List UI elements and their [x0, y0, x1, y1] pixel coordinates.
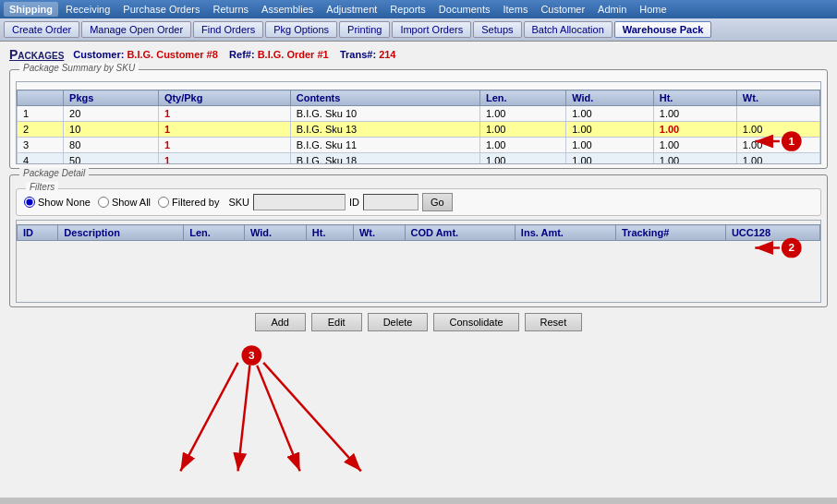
sub-menu-create-order[interactable]: Create Order: [4, 21, 79, 38]
detail-table-wrapper[interactable]: ID Description Len. Wid. Ht. Wt. COD Amt…: [16, 220, 821, 303]
trans-value: 214: [379, 49, 395, 60]
row-contents: B.I.G. Sku 11: [290, 138, 479, 153]
top-menu-admin[interactable]: Admin: [592, 2, 632, 17]
col-contents: Contents: [290, 90, 479, 106]
detail-col-tracking: Tracking#: [615, 225, 725, 241]
detail-col-ht: Ht.: [306, 225, 353, 241]
sub-menu-find-orders[interactable]: Find Orders: [193, 21, 263, 38]
ref-label: Ref#:: [229, 49, 255, 60]
detail-col-ins: Ins. Amt.: [515, 225, 615, 241]
go-button[interactable]: Go: [422, 193, 453, 211]
col-qty: Qty/Pkg: [158, 90, 290, 106]
top-menu-home[interactable]: Home: [634, 2, 672, 17]
package-summary-title: Package Summary by SKU: [19, 63, 139, 73]
col-ht: Ht.: [653, 90, 736, 106]
row-wt: 1.00: [736, 138, 819, 153]
consolidate-button[interactable]: Consolidate: [433, 313, 518, 331]
row-pkgs: 20: [64, 106, 159, 122]
radio-show-none-input[interactable]: [24, 197, 35, 208]
row-num: 4: [18, 153, 64, 165]
summary-row[interactable]: 1 20 1 B.I.G. Sku 10 1.00 1.00 1.00: [18, 106, 820, 122]
top-menu-customer[interactable]: Customer: [535, 2, 590, 17]
sub-menu-batch-allocation[interactable]: Batch Allocation: [524, 21, 613, 38]
sku-input[interactable]: [253, 194, 346, 210]
row-qty: 1: [158, 153, 290, 165]
row-contents: B.I.G. Sku 18: [290, 153, 479, 165]
top-menu-reports[interactable]: Reports: [384, 2, 431, 17]
detail-table: ID Description Len. Wid. Ht. Wt. COD Amt…: [17, 224, 820, 241]
package-summary-panel: Package Summary by SKU Pkgs Qty/Pkg Cont…: [9, 69, 828, 169]
sub-menu-pkg-options[interactable]: Pkg Options: [265, 21, 337, 38]
summary-row[interactable]: 4 50 1 B.I.G. Sku 18 1.00 1.00 1.00 1.00: [18, 153, 820, 165]
row-len: 1.00: [479, 106, 565, 122]
detail-col-len: Len.: [184, 225, 245, 241]
radio-show-all-input[interactable]: [98, 197, 109, 208]
row-num: 3: [18, 138, 64, 153]
summary-row[interactable]: 2 10 1 B.I.G. Sku 13 1.00 1.00 1.00 1.00: [18, 122, 820, 138]
row-pkgs: 50: [64, 153, 159, 165]
radio-show-none[interactable]: Show None: [24, 197, 91, 208]
col-pkgs: Pkgs: [64, 90, 159, 106]
top-menu-receiving[interactable]: Receiving: [60, 2, 115, 17]
top-menu-bar: Shipping Receiving Purchase Orders Retur…: [0, 0, 837, 18]
radio-show-all[interactable]: Show All: [98, 197, 151, 208]
customer-info: Customer: B.I.G. Customer #8 Ref#: B.I.G…: [73, 49, 395, 60]
row-qty: 1: [158, 122, 290, 138]
detail-col-wid: Wid.: [245, 225, 307, 241]
filter-radio-group: Show None Show All Filtered by: [24, 197, 219, 208]
col-wt: Wt.: [736, 90, 819, 106]
row-wid: 1.00: [566, 138, 654, 153]
summary-row[interactable]: 3 80 1 B.I.G. Sku 11 1.00 1.00 1.00 1.00: [18, 138, 820, 153]
row-len: 1.00: [479, 153, 565, 165]
sku-filter-field: SKU ID Go: [228, 193, 452, 211]
radio-filtered-by-input[interactable]: [158, 197, 169, 208]
row-pkgs: 80: [64, 138, 159, 153]
radio-show-all-label: Show All: [112, 197, 151, 208]
detail-col-ucc: UCC128: [725, 225, 819, 241]
customer-label: Customer:: [73, 49, 124, 60]
row-wid: 1.00: [566, 122, 654, 138]
top-menu-purchase-orders[interactable]: Purchase Orders: [117, 2, 205, 17]
top-menu-assemblies[interactable]: Assemblies: [256, 2, 319, 17]
detail-col-id: ID: [18, 225, 58, 241]
ref-value: B.I.G. Order #1: [258, 49, 329, 60]
row-contents: B.I.G. Sku 10: [290, 106, 479, 122]
sub-menu-warehouse-pack[interactable]: Warehouse Pack: [614, 21, 712, 38]
delete-button[interactable]: Delete: [368, 313, 429, 331]
customer-value: B.I.G. Customer #8: [127, 49, 217, 60]
top-menu-items[interactable]: Items: [498, 2, 534, 17]
bottom-buttons: Add Edit Delete Consolidate Reset: [9, 313, 828, 331]
sub-menu-printing[interactable]: Printing: [339, 21, 390, 38]
row-wt: 1.00: [736, 153, 819, 165]
add-button[interactable]: Add: [255, 313, 306, 331]
row-num: 2: [18, 122, 64, 138]
sub-menu-bar: Create Order Manage Open Order Find Orde…: [0, 18, 837, 42]
sub-menu-setups[interactable]: Setups: [473, 21, 521, 38]
row-contents: B.I.G. Sku 13: [290, 122, 479, 138]
id-input[interactable]: [363, 194, 418, 210]
filters-panel: Filters Show None Show All Filtered by: [16, 188, 821, 216]
sub-menu-import-orders[interactable]: Import Orders: [392, 21, 471, 38]
page-header: Packages Customer: B.I.G. Customer #8 Re…: [9, 47, 828, 62]
detail-col-desc: Description: [58, 225, 184, 241]
sub-menu-manage-open-order[interactable]: Manage Open Order: [81, 21, 191, 38]
detail-col-cod: COD Amt.: [405, 225, 515, 241]
row-len: 1.00: [479, 122, 565, 138]
summary-table: Pkgs Qty/Pkg Contents Len. Wid. Ht. Wt. …: [17, 90, 820, 164]
summary-table-wrapper[interactable]: Pkgs Qty/Pkg Contents Len. Wid. Ht. Wt. …: [16, 81, 821, 164]
row-pkgs: 10: [64, 122, 159, 138]
top-menu-shipping[interactable]: Shipping: [4, 2, 58, 17]
edit-button[interactable]: Edit: [311, 313, 362, 331]
top-menu-returns[interactable]: Returns: [208, 2, 255, 17]
top-menu-adjustment[interactable]: Adjustment: [321, 2, 382, 17]
col-wid: Wid.: [566, 90, 654, 106]
row-num: 1: [18, 106, 64, 122]
col-num: [18, 90, 64, 106]
radio-show-none-label: Show None: [38, 197, 91, 208]
row-wt: 1.00: [736, 122, 819, 138]
reset-button[interactable]: Reset: [525, 313, 583, 331]
radio-filtered-by[interactable]: Filtered by: [158, 197, 219, 208]
page-title: Packages: [9, 47, 64, 62]
sku-label: SKU: [228, 197, 249, 208]
top-menu-documents[interactable]: Documents: [433, 2, 496, 17]
